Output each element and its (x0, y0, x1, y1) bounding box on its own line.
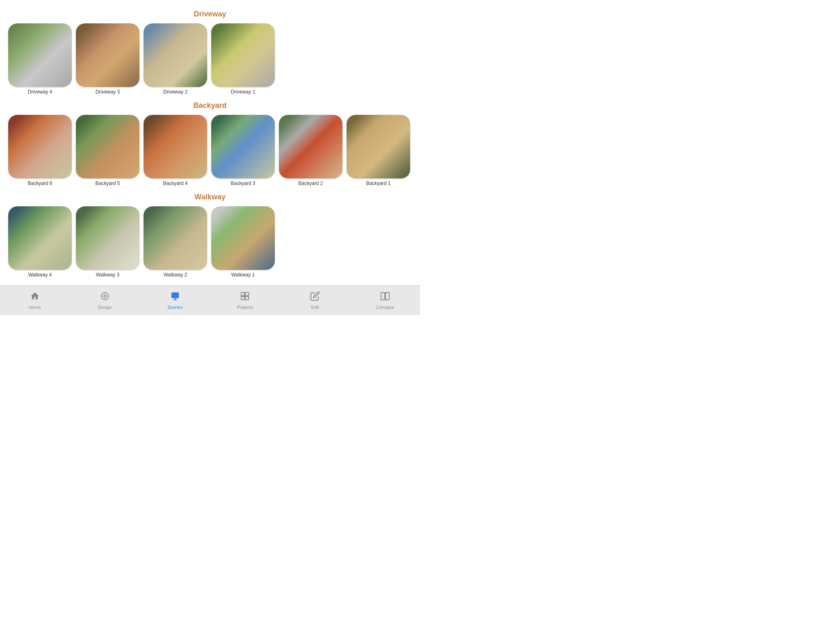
tab-icon-design (100, 291, 110, 304)
scene-image-walkway4 (8, 206, 72, 270)
svg-rect-2 (144, 23, 207, 87)
scene-label-driveway4: Driveway 4 (28, 89, 52, 95)
svg-rect-12 (144, 206, 207, 270)
tab-bar: HomeDesignScenesProjectsEditCompare (0, 285, 420, 315)
scene-image-walkway2 (144, 206, 207, 270)
svg-rect-0 (8, 23, 72, 87)
scene-image-driveway3 (76, 23, 139, 87)
scene-grid-driveway: Driveway 4 Driveway 3 Driveway 2 Drivewa… (8, 23, 412, 95)
tab-item-projects[interactable]: Projects (228, 291, 261, 310)
svg-rect-8 (279, 115, 342, 178)
svg-rect-5 (76, 115, 139, 178)
tab-item-edit[interactable]: Edit (299, 291, 331, 310)
svg-rect-22 (386, 292, 389, 300)
scene-label-walkway1: Walkway 1 (231, 272, 255, 278)
tab-label-design: Design (98, 305, 112, 310)
scene-image-driveway1 (211, 23, 275, 87)
tab-item-design[interactable]: Design (89, 291, 121, 310)
scene-item-backyard1[interactable]: Backyard 1 (347, 115, 410, 186)
scene-item-driveway1[interactable]: Driveway 1 (211, 23, 275, 95)
scene-item-backyard6[interactable]: Backyard 6 (8, 115, 72, 186)
scene-item-driveway2[interactable]: Driveway 2 (144, 23, 207, 95)
tab-item-scenes[interactable]: Scenes (159, 291, 192, 310)
tab-label-home: Home (29, 305, 41, 310)
scene-label-walkway3: Walkway 3 (96, 272, 120, 278)
main-content: Driveway Driveway 4 Driveway 3 Driveway … (0, 0, 420, 285)
scene-label-walkway2: Walkway 2 (164, 272, 187, 278)
scene-item-driveway3[interactable]: Driveway 3 (76, 23, 139, 95)
scene-label-backyard6: Backyard 6 (27, 180, 52, 186)
section-title-driveway: Driveway (8, 10, 412, 18)
scene-image-backyard6 (8, 115, 72, 178)
tab-label-scenes: Scenes (167, 305, 183, 310)
svg-rect-3 (211, 23, 275, 87)
scene-image-backyard4 (144, 115, 207, 178)
scene-label-driveway2: Driveway 2 (163, 89, 187, 95)
scene-label-backyard1: Backyard 1 (366, 180, 390, 186)
scene-item-driveway4[interactable]: Driveway 4 (8, 23, 72, 95)
scene-item-walkway3[interactable]: Walkway 3 (76, 206, 139, 278)
svg-rect-7 (211, 115, 275, 178)
scene-image-backyard1 (347, 115, 410, 178)
scene-item-walkway1[interactable]: Walkway 1 (211, 206, 275, 278)
scene-item-backyard3[interactable]: Backyard 3 (211, 115, 275, 186)
scene-image-driveway2 (144, 23, 207, 87)
scene-item-walkway4[interactable]: Walkway 4 (8, 206, 72, 278)
scene-label-driveway1: Driveway 1 (231, 89, 255, 95)
svg-point-15 (101, 292, 109, 300)
svg-rect-17 (241, 292, 244, 296)
scene-image-backyard3 (211, 115, 275, 178)
scene-image-walkway1 (211, 206, 275, 270)
scene-label-driveway3: Driveway 3 (96, 89, 120, 95)
scene-item-backyard4[interactable]: Backyard 4 (144, 115, 207, 186)
svg-rect-10 (8, 206, 72, 270)
tab-icon-compare (380, 291, 390, 304)
tab-icon-scenes (170, 291, 180, 304)
tab-label-edit: Edit (311, 305, 319, 310)
tab-icon-edit (310, 291, 320, 304)
scene-grid-walkway: Walkway 4 Walkway 3 Walkway 2 Walkway 1 (8, 206, 412, 278)
scene-label-backyard5: Backyard 5 (95, 180, 120, 186)
scene-item-backyard2[interactable]: Backyard 2 (279, 115, 342, 186)
scene-image-backyard2 (279, 115, 342, 178)
svg-rect-1 (76, 23, 139, 87)
tab-label-projects: Projects (237, 305, 253, 310)
scene-label-backyard3: Backyard 3 (231, 180, 255, 186)
tab-icon-projects (240, 291, 250, 304)
tab-label-compare: Compare (376, 305, 394, 310)
scene-item-backyard5[interactable]: Backyard 5 (76, 115, 139, 186)
section-title-walkway: Walkway (8, 193, 412, 201)
svg-rect-11 (76, 206, 139, 270)
svg-rect-16 (171, 292, 179, 298)
scene-label-backyard4: Backyard 4 (163, 180, 187, 186)
tab-icon-home (30, 291, 40, 304)
svg-rect-4 (8, 115, 72, 178)
svg-rect-21 (381, 292, 385, 300)
scene-image-backyard5 (76, 115, 139, 178)
svg-rect-13 (211, 206, 275, 270)
svg-rect-9 (347, 115, 410, 178)
tab-item-home[interactable]: Home (18, 291, 51, 310)
scene-label-backyard2: Backyard 2 (298, 180, 323, 186)
svg-point-14 (104, 295, 106, 297)
section-title-backyard: Backyard (8, 101, 412, 110)
svg-rect-20 (245, 297, 249, 300)
scene-label-walkway4: Walkway 4 (28, 272, 52, 278)
tab-item-compare[interactable]: Compare (369, 291, 402, 310)
svg-rect-19 (241, 297, 244, 300)
scene-image-walkway3 (76, 206, 139, 270)
scene-image-driveway4 (8, 23, 72, 87)
svg-rect-6 (144, 115, 207, 178)
svg-rect-18 (245, 292, 249, 296)
scene-grid-backyard: Backyard 6 Backyard 5 Backyard 4 Backyar… (8, 115, 412, 186)
scene-item-walkway2[interactable]: Walkway 2 (144, 206, 207, 278)
